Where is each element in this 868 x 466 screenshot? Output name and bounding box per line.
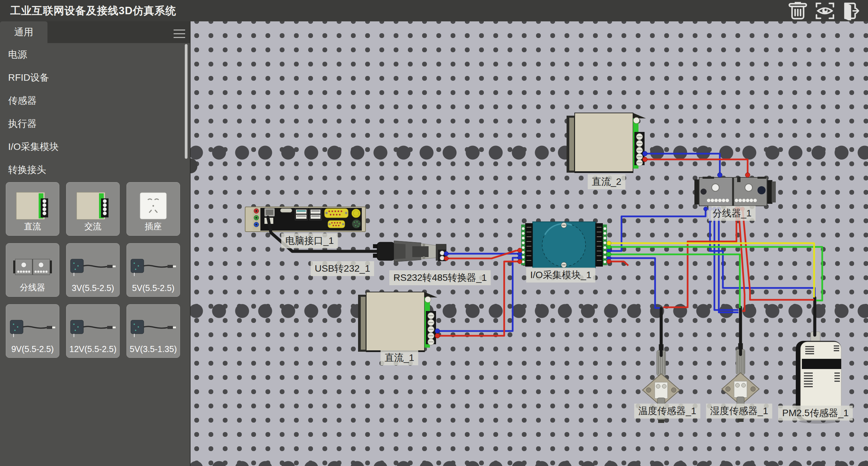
device-label-rs232-485: RS232转485转换器_1 <box>389 270 491 285</box>
palette-label: 插座 <box>127 221 180 232</box>
palette-item-5v[interactable]: 5V(5.5-2.5) <box>126 243 180 297</box>
device-label-io-module: I/O采集模块_1 <box>526 268 595 283</box>
sidebar: 通用 电源 RFID设备 传感器 执行器 I/O采集模块 转换接头 直流 <box>0 21 191 466</box>
palette-label: 3V(5.5-2.5) <box>66 283 119 293</box>
power-adapter-icon <box>9 317 56 339</box>
palette-item-12v[interactable]: 12V(5.5-2.5) <box>66 304 120 358</box>
palette-item-socket[interactable]: 插座 <box>126 182 180 236</box>
tab-strip: 通用 <box>0 21 190 43</box>
menu-item-rfid[interactable]: RFID设备 <box>0 66 190 89</box>
wire-blue <box>437 258 521 331</box>
hamburger-icon[interactable] <box>174 30 185 38</box>
socket-icon <box>139 192 167 220</box>
palette-item-dc[interactable]: 直流 <box>6 182 59 236</box>
device-label-usb232: USB转232_1 <box>311 261 374 276</box>
wire-red <box>645 159 748 176</box>
device-label-temperature: 温度传感器_1 <box>634 404 700 419</box>
menu-item-power[interactable]: 电源 <box>0 43 190 66</box>
wire-red <box>663 208 736 307</box>
wire-red <box>610 261 628 266</box>
wire-blue <box>610 208 706 251</box>
dc-power-2-device[interactable] <box>567 113 646 173</box>
top-bar: 工业互联网设备及接线3D仿真系统 <box>0 0 868 21</box>
app-title: 工业互联网设备及接线3D仿真系统 <box>10 0 176 21</box>
palette-label: 5V(5.5-2.5) <box>127 283 180 293</box>
tab-general[interactable]: 通用 <box>0 21 47 43</box>
io-acquisition-module-device[interactable] <box>521 222 607 268</box>
device-label-splitter: 分线器_1 <box>708 206 755 221</box>
device-label-dc2: 直流_2 <box>588 174 625 189</box>
menu-item-actuator[interactable]: 执行器 <box>0 112 190 135</box>
workspace-canvas[interactable]: 电脑接口_1 USB转232_1 RS232转485转换器_1 I/O采集模块_… <box>191 21 868 466</box>
splitter-icon <box>13 256 53 278</box>
dc-power-1-device[interactable] <box>358 292 437 352</box>
wire-blue <box>610 258 660 308</box>
menu-item-sensor[interactable]: 传感器 <box>0 89 190 112</box>
power-adapter-icon <box>69 256 117 278</box>
palette-item-9v[interactable]: 9V(5.5-2.5) <box>6 304 59 358</box>
wire-blue <box>710 208 815 296</box>
splitter-device[interactable] <box>694 177 776 206</box>
sidebar-menu: 电源 RFID设备 传感器 执行器 I/O采集模块 转换接头 <box>0 43 190 181</box>
palette-item-splitter[interactable]: 分线器 <box>6 243 59 297</box>
dc-module-icon <box>15 190 50 221</box>
wire-red <box>743 208 814 300</box>
palette-label: 12V(5.5-2.5) <box>66 344 119 354</box>
menu-item-adapter[interactable]: 转换接头 <box>0 158 190 181</box>
usb-to-232-device[interactable] <box>373 241 437 262</box>
palette-item-3v[interactable]: 3V(5.5-2.5) <box>66 243 120 297</box>
exit-icon[interactable] <box>840 1 860 20</box>
menu-item-io-module[interactable]: I/O采集模块 <box>0 135 190 158</box>
palette-label: 5V(3.5-1.35) <box>127 344 180 354</box>
ac-module-icon <box>75 190 111 221</box>
power-adapter-icon <box>69 317 117 339</box>
pc-interface-device[interactable] <box>245 207 366 232</box>
device-label-humidity: 湿度传感器_1 <box>706 404 772 419</box>
palette-label: 分线器 <box>6 282 59 293</box>
app-window: { "app": { "title": "工业互联网设备及接线3D仿真系统", … <box>0 0 868 466</box>
palette-item-5v-135[interactable]: 5V(3.5-1.35) <box>126 304 180 358</box>
wire-blue <box>645 154 720 176</box>
device-label-pc-interface: 电脑接口_1 <box>281 233 338 248</box>
wire-green <box>609 254 740 308</box>
palette-label: 9V(5.5-2.5) <box>6 344 59 354</box>
device-label-pm25: PM2.5传感器_1 <box>778 406 853 421</box>
palette-label: 交流 <box>66 221 119 232</box>
wire-blue <box>719 208 738 312</box>
sidebar-scrollbar[interactable] <box>185 44 188 159</box>
power-adapter-icon <box>130 317 177 339</box>
palette-item-ac[interactable]: 交流 <box>66 182 120 236</box>
device-label-dc1: 直流_1 <box>380 350 418 365</box>
preview-eye-icon[interactable] <box>815 1 835 20</box>
power-adapter-icon <box>130 256 177 278</box>
trash-icon[interactable] <box>788 1 808 20</box>
palette-label: 直流 <box>6 221 59 232</box>
